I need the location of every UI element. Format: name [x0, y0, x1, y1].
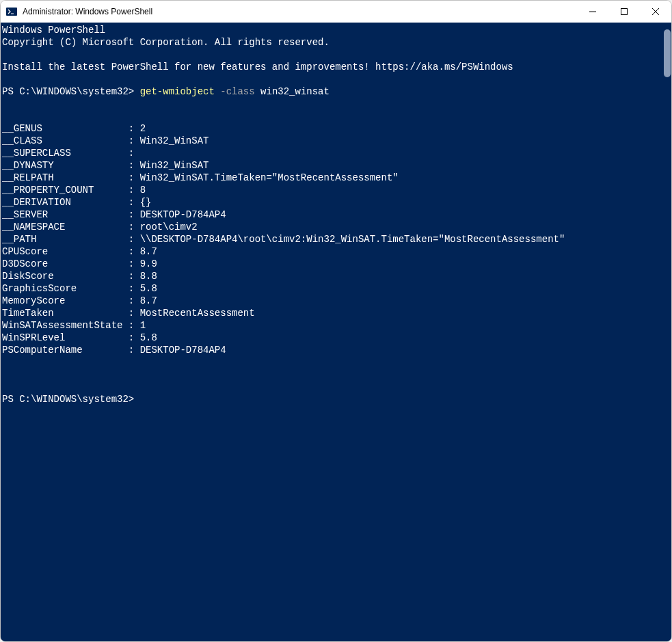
output-row: DiskScore : 8.8 [2, 270, 660, 282]
blank-line [2, 49, 660, 61]
output-row: WinSPRLevel : 5.8 [2, 332, 660, 344]
output-row: __PROPERTY_COUNT : 8 [2, 184, 660, 196]
blank-line [2, 381, 660, 393]
output-row: __GENUS : 2 [2, 122, 660, 135]
powershell-window: Administrator: Windows PowerShell Window… [0, 0, 672, 642]
blank-line [2, 73, 660, 85]
output-row: __SUPERCLASS : [2, 147, 660, 159]
powershell-icon [6, 6, 17, 17]
cmd-param: -class [215, 86, 255, 97]
blank-line [2, 356, 660, 369]
command-line: PS C:\WINDOWS\system32> get-wmiobject -c… [2, 85, 660, 98]
scrollbar-thumb[interactable] [664, 29, 671, 77]
banner-line: Install the latest PowerShell for new fe… [2, 61, 660, 73]
output-row: __NAMESPACE : root\cimv2 [2, 221, 660, 233]
terminal-area: Windows PowerShellCopyright (C) Microsof… [1, 23, 671, 641]
terminal-output[interactable]: Windows PowerShellCopyright (C) Microsof… [1, 23, 660, 641]
output-row: TimeTaken : MostRecentAssessment [2, 307, 660, 319]
output-row: __DERIVATION : {} [2, 196, 660, 209]
output-row: MemoryScore : 8.7 [2, 295, 660, 307]
output-row: PSComputerName : DESKTOP-D784AP4 [2, 344, 660, 356]
cmd-arg: win32_winsat [255, 86, 330, 97]
output-row: __RELPATH : Win32_WinSAT.TimeTaken="Most… [2, 172, 660, 184]
banner-line: Windows PowerShell [2, 24, 660, 36]
output-row: WinSATAssessmentState : 1 [2, 319, 660, 332]
maximize-button[interactable] [608, 1, 640, 23]
svg-rect-3 [621, 9, 628, 15]
close-button[interactable] [640, 1, 671, 23]
output-row: D3DScore : 9.9 [2, 258, 660, 270]
blank-line [2, 110, 660, 122]
banner-line: Copyright (C) Microsoft Corporation. All… [2, 36, 660, 49]
output-row: __SERVER : DESKTOP-D784AP4 [2, 209, 660, 221]
prompt-line: PS C:\WINDOWS\system32> [2, 393, 660, 405]
output-row: GraphicsScore : 5.8 [2, 282, 660, 295]
minimize-button[interactable] [577, 1, 608, 23]
blank-line [2, 369, 660, 381]
output-row: __DYNASTY : Win32_WinSAT [2, 159, 660, 172]
output-row: __CLASS : Win32_WinSAT [2, 135, 660, 147]
cmdlet: get-wmiobject [140, 86, 215, 97]
output-row: CPUScore : 8.7 [2, 245, 660, 258]
window-controls [577, 1, 671, 23]
titlebar[interactable]: Administrator: Windows PowerShell [1, 1, 671, 23]
output-row: __PATH : \\DESKTOP-D784AP4\root\cimv2:Wi… [2, 233, 660, 245]
svg-rect-0 [6, 8, 17, 16]
window-title: Administrator: Windows PowerShell [23, 7, 577, 16]
blank-line [2, 98, 660, 110]
scrollbar[interactable] [660, 23, 671, 641]
